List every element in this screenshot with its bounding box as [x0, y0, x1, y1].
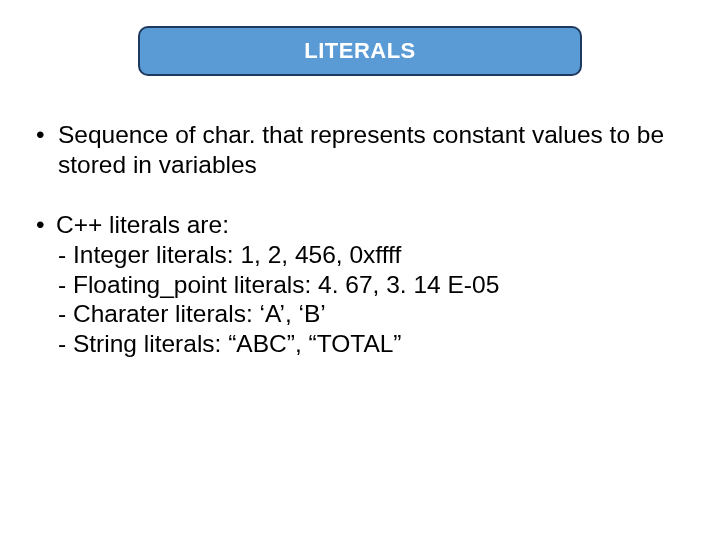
bullet-icon [30, 120, 58, 180]
bullet-cpp: C++ literals are: [30, 210, 690, 240]
bullet-icon [30, 210, 56, 240]
intro-text: Sequence of char. that represents consta… [58, 120, 690, 180]
cpp-literals-label: C++ literals are: [56, 210, 229, 240]
bullet-intro: Sequence of char. that represents consta… [30, 120, 690, 180]
item-integer: - Integer literals: 1, 2, 456, 0xffff [58, 240, 690, 270]
slide-title: LITERALS [304, 38, 416, 64]
item-character: - Charater literals: ‘A’, ‘B’ [58, 299, 690, 329]
item-floating: - Floating_point literals: 4. 67, 3. 14 … [58, 270, 690, 300]
sub-items: - Integer literals: 1, 2, 456, 0xffff - … [30, 240, 690, 360]
slide-content: Sequence of char. that represents consta… [30, 120, 690, 359]
item-string: - String literals: “ABC”, “TOTAL” [58, 329, 690, 359]
title-box: LITERALS [138, 26, 582, 76]
